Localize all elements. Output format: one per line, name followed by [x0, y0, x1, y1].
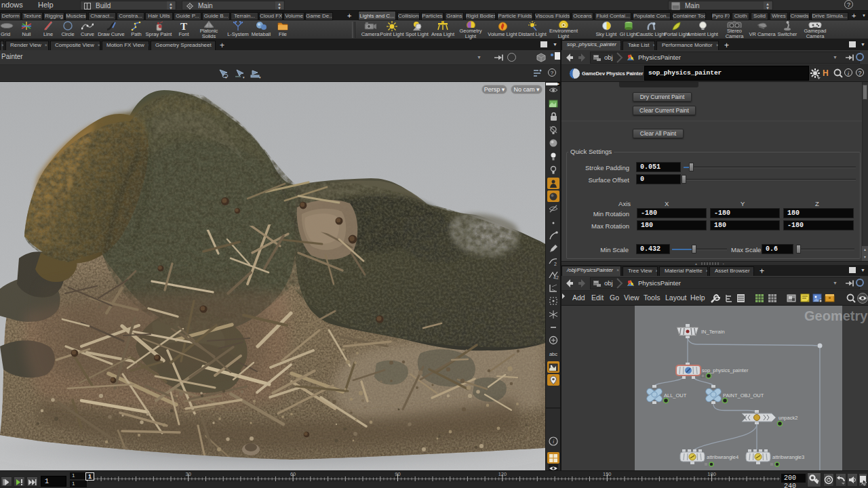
- svg-text:90: 90: [395, 471, 400, 477]
- svg-text:▾: ▾: [259, 75, 261, 79]
- svg-text:abc: abc: [549, 351, 557, 357]
- svg-text:i: i: [553, 439, 554, 445]
- svg-text:150: 150: [603, 471, 612, 477]
- svg-text:▾: ▾: [243, 75, 245, 79]
- svg-text:180: 180: [707, 471, 716, 477]
- svg-text:ALL_OUT: ALL_OUT: [664, 392, 687, 399]
- svg-text:120: 120: [498, 471, 507, 477]
- svg-text:T: T: [180, 21, 187, 31]
- svg-text:IN_Terrain: IN_Terrain: [701, 329, 725, 335]
- svg-text:42: 42: [553, 275, 559, 280]
- svg-text:2: 2: [554, 262, 557, 266]
- svg-text:attribwrangle3: attribwrangle3: [772, 454, 804, 460]
- svg-text:30: 30: [186, 471, 191, 477]
- svg-text:60: 60: [290, 471, 296, 477]
- svg-text:attribwrangle4: attribwrangle4: [707, 454, 738, 460]
- svg-text:sop_physics_painter: sop_physics_painter: [702, 367, 749, 373]
- svg-text:unpack2: unpack2: [778, 415, 797, 421]
- svg-text:PAINT_OBJ_OUT: PAINT_OBJ_OUT: [723, 392, 764, 399]
